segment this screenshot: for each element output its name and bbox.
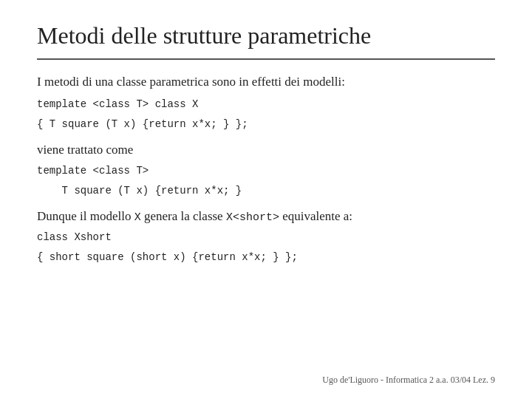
code-block-1-line-1: template <class T> class X	[37, 97, 495, 112]
slide: Metodi delle strutture parametriche I me…	[0, 0, 532, 399]
viene-label: viene trattato come	[37, 143, 495, 157]
dunque-mono-xshort: X<short>	[226, 211, 279, 224]
code-block-3-line-2: { short square (short x) {return x*x; } …	[37, 250, 495, 265]
dunque-text-part1: Dunque il modello	[37, 209, 134, 223]
slide-title: Metodi delle strutture parametriche	[37, 22, 495, 50]
dunque-text-part2: genera la classe	[141, 209, 226, 223]
title-divider	[37, 58, 495, 60]
code-block-2-line-1: template <class T>	[37, 163, 495, 179]
dunque-mono-x: X	[134, 211, 141, 224]
intro-paragraph: I metodi di una classe parametrica sono …	[37, 75, 495, 89]
code-block-1-line-2: { T square (T x) {return x*x; } };	[37, 117, 495, 132]
dunque-text-part3: equivalente a:	[279, 209, 352, 223]
code-block-2-line-2: T square (T x) {return x*x; }	[37, 183, 495, 199]
slide-footer: Ugo de'Liguoro - Informatica 2 a.a. 03/0…	[322, 375, 495, 386]
dunque-paragraph: Dunque il modello X genera la classe X<s…	[37, 209, 495, 224]
code-block-3-line-1: class Xshort	[37, 230, 495, 245]
